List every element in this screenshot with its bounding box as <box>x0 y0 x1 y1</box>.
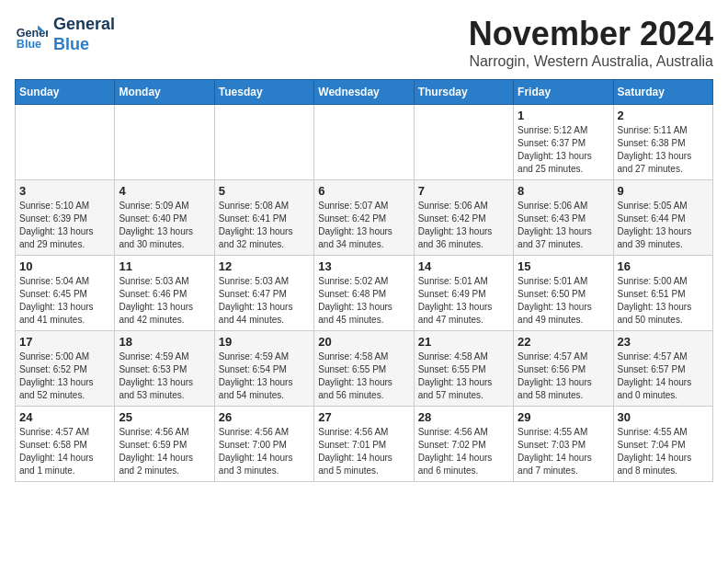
calendar-cell: 2Sunrise: 5:11 AM Sunset: 6:38 PM Daylig… <box>613 105 712 180</box>
day-number: 22 <box>518 335 609 349</box>
calendar-cell: 12Sunrise: 5:03 AM Sunset: 6:47 PM Dayli… <box>214 256 313 331</box>
svg-text:Blue: Blue <box>17 38 41 51</box>
calendar-cell: 3Sunrise: 5:10 AM Sunset: 6:39 PM Daylig… <box>16 180 115 256</box>
day-number: 18 <box>119 335 210 349</box>
day-info: Sunrise: 5:09 AM Sunset: 6:40 PM Dayligh… <box>119 200 210 251</box>
day-number: 6 <box>318 184 409 198</box>
day-number: 5 <box>219 184 310 198</box>
day-info: Sunrise: 4:57 AM Sunset: 6:58 PM Dayligh… <box>19 426 110 477</box>
calendar-cell <box>16 105 115 180</box>
calendar-cell: 29Sunrise: 4:55 AM Sunset: 7:03 PM Dayli… <box>514 407 613 482</box>
calendar-cell: 24Sunrise: 4:57 AM Sunset: 6:58 PM Dayli… <box>16 407 115 482</box>
calendar-cell: 25Sunrise: 4:56 AM Sunset: 6:59 PM Dayli… <box>115 407 214 482</box>
calendar-cell: 14Sunrise: 5:01 AM Sunset: 6:49 PM Dayli… <box>414 256 513 331</box>
day-number: 3 <box>19 184 110 198</box>
day-info: Sunrise: 4:57 AM Sunset: 6:56 PM Dayligh… <box>518 350 609 402</box>
calendar-cell: 4Sunrise: 5:09 AM Sunset: 6:40 PM Daylig… <box>115 180 214 256</box>
day-info: Sunrise: 5:01 AM Sunset: 6:50 PM Dayligh… <box>518 275 609 327</box>
day-number: 30 <box>618 410 709 424</box>
day-info: Sunrise: 4:56 AM Sunset: 7:02 PM Dayligh… <box>418 426 509 477</box>
calendar-cell: 15Sunrise: 5:01 AM Sunset: 6:50 PM Dayli… <box>514 256 613 331</box>
logo-general: General <box>53 15 115 35</box>
day-info: Sunrise: 4:55 AM Sunset: 7:03 PM Dayligh… <box>518 426 609 477</box>
day-number: 9 <box>618 184 709 198</box>
day-number: 2 <box>618 109 709 122</box>
day-info: Sunrise: 4:58 AM Sunset: 6:55 PM Dayligh… <box>418 350 509 402</box>
day-info: Sunrise: 5:03 AM Sunset: 6:47 PM Dayligh… <box>219 275 310 327</box>
calendar-header-row: SundayMondayTuesdayWednesdayThursdayFrid… <box>16 80 713 105</box>
calendar-cell: 6Sunrise: 5:07 AM Sunset: 6:42 PM Daylig… <box>314 180 414 256</box>
day-number: 27 <box>318 410 409 424</box>
day-info: Sunrise: 5:11 AM Sunset: 6:38 PM Dayligh… <box>618 124 709 176</box>
day-info: Sunrise: 5:02 AM Sunset: 6:48 PM Dayligh… <box>318 275 409 327</box>
calendar-week-row: 1Sunrise: 5:12 AM Sunset: 6:37 PM Daylig… <box>16 105 713 180</box>
day-info: Sunrise: 4:59 AM Sunset: 6:53 PM Dayligh… <box>119 350 210 402</box>
calendar-week-row: 10Sunrise: 5:04 AM Sunset: 6:45 PM Dayli… <box>16 256 713 331</box>
month-title: November 2024 <box>469 15 713 53</box>
day-info: Sunrise: 5:06 AM Sunset: 6:43 PM Dayligh… <box>518 200 609 251</box>
calendar-cell: 19Sunrise: 4:59 AM Sunset: 6:54 PM Dayli… <box>214 331 313 407</box>
calendar-cell: 8Sunrise: 5:06 AM Sunset: 6:43 PM Daylig… <box>514 180 613 256</box>
calendar-cell: 9Sunrise: 5:05 AM Sunset: 6:44 PM Daylig… <box>613 180 712 256</box>
logo-blue: Blue <box>53 35 115 55</box>
day-number: 26 <box>219 410 310 424</box>
day-number: 12 <box>219 259 310 273</box>
title-area: November 2024 Narrogin, Western Australi… <box>469 15 713 70</box>
header-saturday: Saturday <box>613 80 712 105</box>
day-number: 8 <box>518 184 609 198</box>
calendar-cell <box>414 105 513 180</box>
calendar-cell: 30Sunrise: 4:55 AM Sunset: 7:04 PM Dayli… <box>613 407 712 482</box>
header-monday: Monday <box>115 80 214 105</box>
day-info: Sunrise: 5:00 AM Sunset: 6:52 PM Dayligh… <box>19 350 110 402</box>
day-number: 16 <box>618 259 709 273</box>
day-info: Sunrise: 4:56 AM Sunset: 7:01 PM Dayligh… <box>318 426 409 477</box>
logo-icon: General Blue <box>15 18 48 52</box>
header-tuesday: Tuesday <box>214 80 313 105</box>
calendar-cell: 16Sunrise: 5:00 AM Sunset: 6:51 PM Dayli… <box>613 256 712 331</box>
day-number: 25 <box>119 410 210 424</box>
calendar-week-row: 17Sunrise: 5:00 AM Sunset: 6:52 PM Dayli… <box>16 331 713 407</box>
day-number: 11 <box>119 259 210 273</box>
location-title: Narrogin, Western Australia, Australia <box>469 53 713 70</box>
calendar-cell: 10Sunrise: 5:04 AM Sunset: 6:45 PM Dayli… <box>16 256 115 331</box>
day-info: Sunrise: 5:01 AM Sunset: 6:49 PM Dayligh… <box>418 275 509 327</box>
day-info: Sunrise: 5:00 AM Sunset: 6:51 PM Dayligh… <box>618 275 709 327</box>
day-number: 29 <box>518 410 609 424</box>
calendar-cell: 20Sunrise: 4:58 AM Sunset: 6:55 PM Dayli… <box>314 331 414 407</box>
day-info: Sunrise: 5:03 AM Sunset: 6:46 PM Dayligh… <box>119 275 210 327</box>
day-number: 7 <box>418 184 509 198</box>
calendar-cell: 17Sunrise: 5:00 AM Sunset: 6:52 PM Dayli… <box>16 331 115 407</box>
calendar-week-row: 24Sunrise: 4:57 AM Sunset: 6:58 PM Dayli… <box>16 407 713 482</box>
calendar-cell: 28Sunrise: 4:56 AM Sunset: 7:02 PM Dayli… <box>414 407 513 482</box>
calendar-cell: 21Sunrise: 4:58 AM Sunset: 6:55 PM Dayli… <box>414 331 513 407</box>
calendar-cell: 26Sunrise: 4:56 AM Sunset: 7:00 PM Dayli… <box>214 407 313 482</box>
day-number: 4 <box>119 184 210 198</box>
day-info: Sunrise: 5:05 AM Sunset: 6:44 PM Dayligh… <box>618 200 709 251</box>
day-info: Sunrise: 4:56 AM Sunset: 6:59 PM Dayligh… <box>119 426 210 477</box>
calendar-cell: 18Sunrise: 4:59 AM Sunset: 6:53 PM Dayli… <box>115 331 214 407</box>
day-number: 20 <box>318 335 409 349</box>
page-header: General Blue General Blue November 2024 … <box>15 15 713 70</box>
day-number: 1 <box>518 109 609 122</box>
day-number: 13 <box>318 259 409 273</box>
calendar-cell: 22Sunrise: 4:57 AM Sunset: 6:56 PM Dayli… <box>514 331 613 407</box>
calendar-cell <box>314 105 414 180</box>
day-info: Sunrise: 4:59 AM Sunset: 6:54 PM Dayligh… <box>219 350 310 402</box>
calendar-cell: 7Sunrise: 5:06 AM Sunset: 6:42 PM Daylig… <box>414 180 513 256</box>
day-info: Sunrise: 5:10 AM Sunset: 6:39 PM Dayligh… <box>19 200 110 251</box>
day-number: 28 <box>418 410 509 424</box>
calendar-cell <box>115 105 214 180</box>
day-number: 24 <box>19 410 110 424</box>
day-number: 21 <box>418 335 509 349</box>
day-number: 17 <box>19 335 110 349</box>
calendar-cell: 1Sunrise: 5:12 AM Sunset: 6:37 PM Daylig… <box>514 105 613 180</box>
day-number: 15 <box>518 259 609 273</box>
day-number: 23 <box>618 335 709 349</box>
day-number: 19 <box>219 335 310 349</box>
calendar-cell: 13Sunrise: 5:02 AM Sunset: 6:48 PM Dayli… <box>314 256 414 331</box>
header-sunday: Sunday <box>16 80 115 105</box>
day-number: 10 <box>19 259 110 273</box>
day-info: Sunrise: 4:57 AM Sunset: 6:57 PM Dayligh… <box>618 350 709 402</box>
calendar-cell: 5Sunrise: 5:08 AM Sunset: 6:41 PM Daylig… <box>214 180 313 256</box>
day-info: Sunrise: 4:58 AM Sunset: 6:55 PM Dayligh… <box>318 350 409 402</box>
